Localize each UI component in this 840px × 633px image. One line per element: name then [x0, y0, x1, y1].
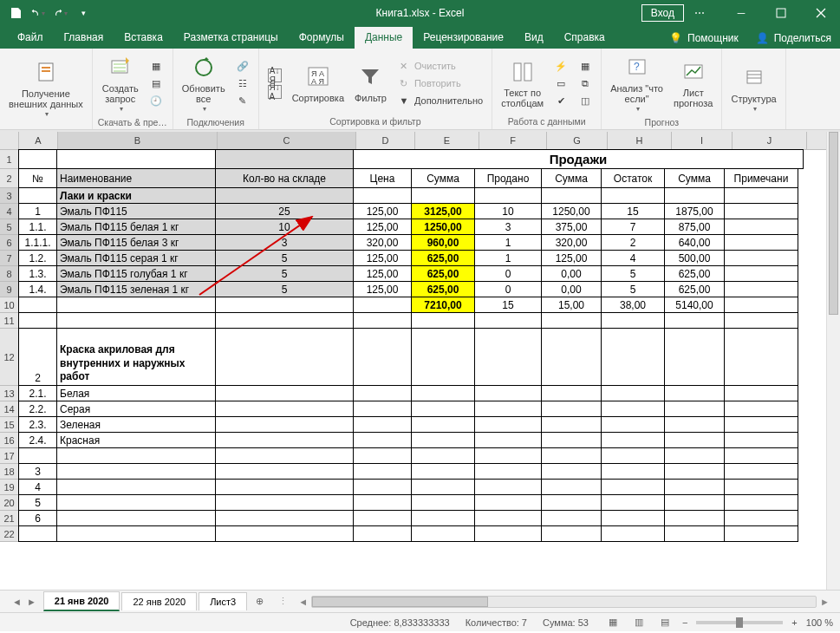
- cell-10-J[interactable]: [724, 297, 798, 313]
- cell-9-F[interactable]: 0: [474, 281, 542, 297]
- cell-4-B[interactable]: Эмаль ПФ115: [56, 203, 216, 219]
- cell-3-H[interactable]: [601, 187, 665, 204]
- cell-21-F[interactable]: [474, 510, 542, 526]
- properties-button[interactable]: ☷: [232, 75, 253, 91]
- cell-16-B[interactable]: Красная: [56, 432, 216, 448]
- col-head-I[interactable]: I: [672, 132, 733, 149]
- cell-16-H[interactable]: [601, 432, 665, 448]
- cell-11-D[interactable]: [353, 312, 412, 329]
- cell-13-H[interactable]: [601, 385, 665, 401]
- cell-18-E[interactable]: [411, 463, 475, 480]
- cell[interactable]: Наименование: [56, 168, 216, 188]
- filter-button[interactable]: Фильтр: [351, 62, 390, 105]
- cell-7-H[interactable]: 4: [601, 250, 665, 266]
- cell-19-G[interactable]: [541, 479, 602, 495]
- cell-21-C[interactable]: [215, 510, 354, 526]
- cell-20-D[interactable]: [353, 494, 412, 511]
- cell-12-J[interactable]: [724, 328, 798, 386]
- cell-22-C[interactable]: [215, 525, 354, 542]
- cell-12-E[interactable]: [411, 328, 475, 386]
- cell-18-D[interactable]: [353, 463, 412, 480]
- select-all-cell[interactable]: [0, 132, 19, 149]
- new-sheet-button[interactable]: ⊕: [249, 596, 270, 607]
- cell-12-D[interactable]: [353, 328, 412, 386]
- cell-18-F[interactable]: [474, 463, 542, 480]
- clear-filter-button[interactable]: ✕Очистить: [394, 58, 486, 74]
- zoom-out-button[interactable]: −: [682, 617, 687, 628]
- cell-21-G[interactable]: [541, 510, 602, 526]
- cell-11-I[interactable]: [664, 312, 725, 329]
- cell-6-D[interactable]: 320,00: [353, 234, 412, 251]
- cell-4-I[interactable]: 1875,00: [664, 203, 725, 219]
- cell-16-J[interactable]: [724, 432, 798, 448]
- cell-19-J[interactable]: [724, 479, 798, 495]
- cell-13-I[interactable]: [664, 385, 725, 401]
- cell-3-J[interactable]: [724, 187, 798, 204]
- cell-8-A[interactable]: 1.3.: [18, 265, 57, 282]
- cell-21-H[interactable]: [601, 510, 665, 526]
- cell-18-A[interactable]: 3: [18, 463, 57, 480]
- cell-20-H[interactable]: [601, 494, 665, 511]
- cell-18-H[interactable]: [601, 463, 665, 480]
- maximize-button[interactable]: [762, 0, 800, 26]
- cell-7-E[interactable]: 625,00: [411, 250, 475, 266]
- cell-22-D[interactable]: [353, 525, 412, 542]
- cell-8-G[interactable]: 0,00: [541, 265, 602, 282]
- cell-8-C[interactable]: 5: [215, 265, 354, 282]
- cell-9-D[interactable]: 125,00: [353, 281, 412, 297]
- new-query-button[interactable]: Создать запрос: [99, 52, 142, 115]
- cell-22-F[interactable]: [474, 525, 542, 542]
- cell-19-A[interactable]: 4: [18, 479, 57, 495]
- cell[interactable]: Сумма: [664, 168, 725, 188]
- cell-16-I[interactable]: [664, 432, 725, 448]
- cell-22-J[interactable]: [724, 525, 798, 542]
- cell-14-D[interactable]: [353, 401, 412, 417]
- cell-13-A[interactable]: 2.1.: [18, 385, 57, 401]
- cell[interactable]: [215, 149, 354, 169]
- cell-14-F[interactable]: [474, 401, 542, 417]
- cell-7-A[interactable]: 1.2.: [18, 250, 57, 266]
- col-head-A[interactable]: A: [19, 132, 58, 149]
- cell-14-E[interactable]: [411, 401, 475, 417]
- cell-16-E[interactable]: [411, 432, 475, 448]
- cell-16-D[interactable]: [353, 432, 412, 448]
- cell-7-B[interactable]: Эмаль ПФ115 серая 1 кг: [56, 250, 216, 266]
- cell-8-H[interactable]: 5: [601, 265, 665, 282]
- cell[interactable]: Остаток: [601, 168, 665, 188]
- cell-14-I[interactable]: [664, 401, 725, 417]
- cell-20-I[interactable]: [664, 494, 725, 511]
- cell-17-D[interactable]: [353, 447, 412, 464]
- text-to-columns-button[interactable]: Текст по столбцам: [498, 56, 547, 110]
- data-validation-button[interactable]: ✔: [550, 93, 571, 108]
- cell-9-H[interactable]: 5: [601, 281, 665, 297]
- cell-17-E[interactable]: [411, 447, 475, 464]
- cell-22-G[interactable]: [541, 525, 602, 542]
- cell-21-B[interactable]: [56, 510, 216, 526]
- tab-help[interactable]: Справка: [554, 27, 615, 49]
- tab-review[interactable]: Рецензирование: [413, 27, 514, 49]
- cell-12-H[interactable]: [601, 328, 665, 386]
- cell-11-H[interactable]: [601, 312, 665, 329]
- col-head-E[interactable]: E: [415, 132, 479, 149]
- cell-8-F[interactable]: 0: [474, 265, 542, 282]
- cell-5-H[interactable]: 7: [601, 219, 665, 235]
- cell-14-J[interactable]: [724, 401, 798, 417]
- cell-10-H[interactable]: 38,00: [601, 297, 665, 313]
- cell-4-G[interactable]: 1250,00: [541, 203, 602, 219]
- cell-19-H[interactable]: [601, 479, 665, 495]
- view-layout-button[interactable]: ▥: [630, 616, 648, 630]
- qat-customize-icon[interactable]: ▾: [76, 6, 90, 20]
- consolidate-button[interactable]: ▦: [575, 58, 596, 74]
- cell-10-C[interactable]: [215, 297, 354, 313]
- advanced-filter-button[interactable]: ▼Дополнительно: [394, 93, 486, 108]
- cell-17-B[interactable]: [56, 447, 216, 464]
- cell-5-J[interactable]: [724, 219, 798, 235]
- cell-5-I[interactable]: 875,00: [664, 219, 725, 235]
- close-button[interactable]: [802, 0, 840, 26]
- cell-12-I[interactable]: [664, 328, 725, 386]
- cell-15-E[interactable]: [411, 416, 475, 433]
- flash-fill-button[interactable]: ⚡: [550, 58, 571, 74]
- view-break-button[interactable]: ▤: [656, 616, 674, 630]
- save-icon[interactable]: [9, 6, 23, 20]
- tell-me[interactable]: 💡Помощник: [661, 28, 747, 49]
